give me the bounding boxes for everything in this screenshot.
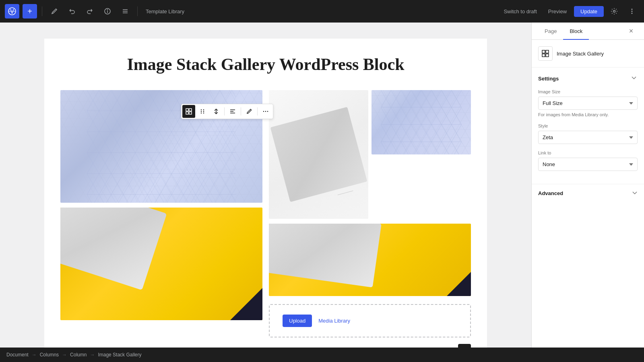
image-size-select[interactable]: Full Size Large Medium Thumbnail [538,97,638,110]
svg-point-10 [632,13,633,14]
advanced-title: Advanced [538,190,563,196]
image-size-field: Image Size Full Size Large Medium Thumbn… [538,89,638,117]
more-options-icon[interactable] [625,4,639,19]
link-to-select[interactable]: None Media File Attachment Page Custom U… [538,158,638,171]
editor-title: Template Library [146,8,496,14]
page-title: Image Stack Gallery WordPress Block [60,55,471,74]
block-icon [538,46,553,61]
svg-point-16 [203,109,204,110]
media-library-button[interactable]: Media Library [318,318,350,324]
svg-point-7 [613,10,615,12]
wp-logo-icon[interactable] [5,4,19,19]
block-panel-name: Image Stack Gallery [557,51,604,57]
svg-rect-35 [542,50,545,53]
svg-point-26 [267,111,268,112]
gallery-top-row [269,90,471,219]
breadcrumb: Document → Columns → Column → Image Stac… [0,348,644,362]
advanced-header[interactable]: Advanced [538,184,638,202]
style-label: Style [538,123,638,128]
settings-section: Settings Image Size Full Size Large Medi… [532,68,644,184]
breadcrumb-arrow-2: → [62,352,67,358]
move-up-down-icon[interactable] [210,105,223,118]
switch-draft-button[interactable]: Switch to draft [500,6,541,17]
toolbar-sep-3 [257,107,258,115]
tab-block[interactable]: Block [563,23,589,40]
add-block-button[interactable]: + [23,4,37,19]
toolbar-sep [224,107,225,115]
settings-collapse-button[interactable] [630,74,638,83]
svg-point-19 [201,113,202,113]
drag-handle-icon[interactable] [196,105,209,118]
svg-rect-34 [381,90,462,154]
svg-point-15 [201,109,202,110]
svg-rect-37 [542,54,545,57]
gallery-image-4 [372,90,471,154]
svg-point-8 [632,9,633,10]
svg-rect-36 [546,50,549,53]
block-type-button[interactable] [182,105,195,118]
svg-point-17 [201,111,202,112]
block-panel-header: Image Stack Gallery [532,40,644,68]
gallery-layout: Upload Media Library [60,90,471,337]
advanced-chevron-icon [632,190,638,197]
upload-area: Upload Media Library [269,304,471,337]
separator-2 [137,6,138,16]
editor-canvas[interactable]: Image Stack Gallery WordPress Block [0,23,531,348]
list-view-icon[interactable] [118,4,132,19]
block-toolbar [181,104,273,119]
link-to-field: Link to None Media File Attachment Page … [538,150,638,171]
svg-point-3 [107,10,108,10]
breadcrumb-image-stack[interactable]: Image Stack Gallery [98,352,141,358]
gallery-image-5 [269,224,471,296]
panel-tabs: Page Block × [532,23,644,40]
svg-rect-14 [189,112,192,114]
main-area: Image Stack Gallery WordPress Block [0,23,644,348]
svg-point-25 [265,111,266,112]
svg-point-9 [632,11,633,12]
svg-point-24 [263,111,264,112]
breadcrumb-arrow-3: → [90,352,95,358]
link-to-label: Link to [538,150,638,155]
info-icon[interactable] [100,4,115,19]
advanced-section: Advanced [532,184,644,202]
gallery-right-column: Upload Media Library [269,90,471,337]
breadcrumb-columns[interactable]: Columns [40,352,59,358]
edit-mode-icon[interactable] [47,4,62,19]
settings-title: Settings [538,76,559,82]
svg-rect-38 [546,54,549,57]
breadcrumb-document[interactable]: Document [6,352,29,358]
svg-rect-11 [186,109,188,111]
panel-close-button[interactable]: × [625,25,638,37]
topbar-right-actions: Switch to draft Preview Update [500,4,639,19]
topbar: + Template Library Switch to draft Pre [0,0,644,23]
image-size-hint: For images from Media Library only. [538,112,638,117]
align-icon[interactable] [226,105,239,118]
gallery-left-column [60,90,262,337]
right-panel: Page Block × Image Stack Gallery Setting… [531,23,644,348]
breadcrumb-arrow-1: → [32,352,37,358]
tab-page[interactable]: Page [538,23,563,40]
upload-button[interactable]: Upload [283,315,312,327]
preview-button[interactable]: Preview [544,6,571,17]
undo-icon[interactable] [65,4,79,19]
breadcrumb-column[interactable]: Column [70,352,87,358]
gallery-image-3 [60,208,262,320]
add-new-block-button[interactable]: + [458,344,471,348]
settings-gear-icon[interactable] [607,4,621,19]
update-button[interactable]: Update [574,6,604,17]
svg-point-18 [203,111,204,112]
gallery-image-2 [269,90,368,219]
style-select[interactable]: Zeta Alpha Beta Gamma Delta [538,131,638,144]
canvas-content: Image Stack Gallery WordPress Block [44,39,487,348]
block-more-icon[interactable] [259,105,272,118]
image-size-label: Image Size [538,89,638,94]
svg-point-20 [203,113,204,113]
separator [42,6,42,16]
svg-rect-13 [186,112,188,114]
pencil-edit-icon[interactable] [243,105,256,118]
settings-header: Settings [538,74,638,83]
style-field: Style Zeta Alpha Beta Gamma Delta [538,123,638,144]
toolbar-sep-2 [241,107,241,115]
svg-rect-12 [189,109,192,111]
redo-icon[interactable] [83,4,97,19]
